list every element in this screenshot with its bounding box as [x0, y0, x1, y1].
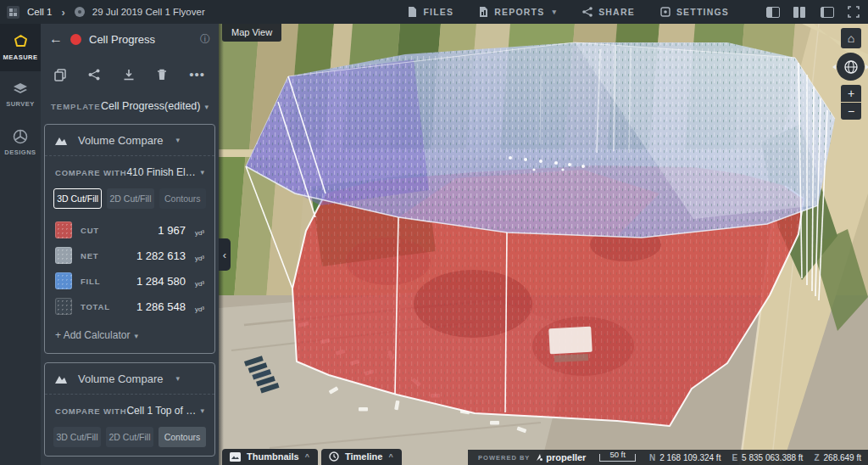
zoom-out-button[interactable]: − — [841, 103, 861, 120]
volume-compare-card-2: Volume Compare ▾ COMPARE WITH Cell 1 Top… — [44, 362, 215, 457]
caret-down-icon: ▾ — [204, 103, 209, 111]
table-row-cut: CUT 1 967yd³ — [45, 217, 214, 243]
report-icon — [479, 7, 488, 18]
total-swatch — [55, 298, 72, 315]
layout-left-panel-icon[interactable] — [766, 7, 780, 18]
app-window: Cell 1 › 29 Jul 2019 Cell 1 Flyover FILE… — [0, 0, 868, 465]
reports-button[interactable]: REPORTS ▾ — [479, 7, 557, 18]
download-icon[interactable] — [123, 69, 135, 81]
file-icon — [408, 7, 417, 18]
settings-button[interactable]: SETTINGS — [660, 7, 729, 17]
tab-contours[interactable]: Contours — [159, 188, 206, 209]
globe-icon — [843, 59, 859, 75]
home-view-button[interactable]: ⌂ — [841, 28, 861, 48]
cut-swatch — [55, 221, 72, 238]
layout-split-icon[interactable] — [793, 7, 807, 18]
share-nodes-icon[interactable] — [88, 69, 100, 81]
back-arrow-icon[interactable]: ← — [49, 32, 63, 46]
rail-item-survey[interactable]: SURVEY — [0, 71, 41, 119]
table-row-total: TOTAL 1 286 548yd³ — [45, 294, 214, 319]
layer-color-marker — [70, 34, 81, 45]
image-icon — [230, 452, 241, 462]
duplicate-icon[interactable] — [54, 69, 66, 81]
fullscreen-icon[interactable] — [848, 6, 860, 18]
tab-contours[interactable]: Contours — [159, 427, 206, 447]
compass-control[interactable] — [837, 53, 865, 81]
tab-2d-cutfill[interactable]: 2D Cut/Fill — [106, 427, 153, 447]
calculator-type-dropdown[interactable]: Volume Compare ▾ — [45, 125, 214, 156]
3d-scene — [219, 24, 868, 465]
template-label: TEMPLATE — [51, 102, 101, 111]
breadcrumb-project[interactable]: Cell 1 — [27, 7, 52, 17]
gear-icon — [660, 7, 670, 17]
app-logo-icon[interactable] — [7, 6, 19, 19]
caret-down-icon: ▾ — [552, 8, 557, 16]
caret-down-icon: ▾ — [175, 374, 180, 383]
drone-icon — [75, 7, 85, 17]
propeller-logo-icon — [536, 453, 543, 462]
thumbnails-tab[interactable]: Thumbnails ^ — [222, 449, 318, 465]
map-canvas[interactable]: Map View ‹ ⌂ + − Thumbnails ^ Timeline ^ — [219, 24, 868, 465]
cursor-coordinates: N2 168 109.324 ft E5 835 063.388 ft Z268… — [649, 453, 861, 462]
layers-icon — [13, 82, 28, 96]
left-rail: MEASURE SURVEY DESIGNS — [0, 24, 41, 465]
map-status-bar: POWERED BY propeller 50 ft N2 168 109.32… — [468, 450, 868, 465]
chevron-up-icon: ^ — [305, 452, 309, 461]
scale-bar: 50 ft — [599, 454, 636, 462]
table-row-net: NET 1 282 613yd³ — [45, 243, 214, 268]
volume-icon — [55, 135, 70, 145]
panel-title: Cell Progress — [89, 33, 192, 46]
rail-item-designs[interactable]: DESIGNS — [0, 119, 41, 166]
timeline-tab[interactable]: Timeline ^ — [321, 449, 402, 465]
caret-down-icon: ▾ — [200, 406, 204, 415]
add-calculator-button[interactable]: + Add Calculator▾ — [45, 319, 214, 353]
files-button[interactable]: FILES — [408, 7, 453, 18]
calculator-type-dropdown[interactable]: Volume Compare ▾ — [45, 363, 214, 395]
volume-compare-card-1: Volume Compare ▾ COMPARE WITH 410 Finish… — [44, 124, 215, 354]
map-view-tab[interactable]: Map View — [222, 24, 281, 42]
layout-right-panel-icon[interactable] — [821, 7, 834, 18]
measure-panel: ← Cell Progress ⓘ ••• TEMPLATE Cell Prog… — [41, 24, 219, 465]
trash-icon[interactable] — [157, 69, 167, 81]
net-swatch — [55, 247, 72, 264]
top-bar: Cell 1 › 29 Jul 2019 Cell 1 Flyover FILE… — [0, 0, 868, 24]
table-row-fill: FILL 1 284 580yd³ — [45, 268, 214, 294]
compare-with-dropdown[interactable]: 410 Finish Elevation — [126, 166, 196, 178]
caret-down-icon: ▾ — [175, 136, 180, 144]
breadcrumb-dataset[interactable]: 29 Jul 2019 Cell 1 Flyover — [92, 7, 205, 17]
compare-with-dropdown[interactable]: Cell 1 Top of Operati... — [126, 405, 196, 417]
zoom-in-button[interactable]: + — [841, 85, 861, 102]
tab-3d-cutfill[interactable]: 3D Cut/Fill — [53, 188, 102, 209]
powered-by-propeller[interactable]: POWERED BY propeller — [478, 452, 586, 462]
share-button[interactable]: SHARE — [582, 7, 635, 17]
caret-down-icon: ▾ — [200, 168, 204, 176]
volume-icon — [55, 373, 70, 384]
measure-icon — [13, 34, 29, 49]
collapse-panel-handle[interactable]: ‹ — [219, 238, 231, 271]
template-dropdown[interactable]: Cell Progress(edited)▾ — [101, 100, 209, 112]
chevron-up-icon: ^ — [388, 452, 392, 461]
rail-item-measure[interactable]: MEASURE — [0, 24, 41, 71]
share-icon — [582, 7, 593, 17]
info-icon[interactable]: ⓘ — [200, 32, 210, 47]
design-cube-icon — [13, 129, 28, 144]
caret-down-icon: ▾ — [134, 332, 138, 340]
chevron-right-icon: › — [61, 6, 64, 19]
tab-2d-cutfill[interactable]: 2D Cut/Fill — [107, 188, 153, 209]
home-icon: ⌂ — [848, 31, 854, 45]
fill-swatch — [55, 272, 72, 289]
clock-icon — [329, 451, 339, 462]
tab-3d-cutfill[interactable]: 3D Cut/Fill — [53, 427, 101, 447]
